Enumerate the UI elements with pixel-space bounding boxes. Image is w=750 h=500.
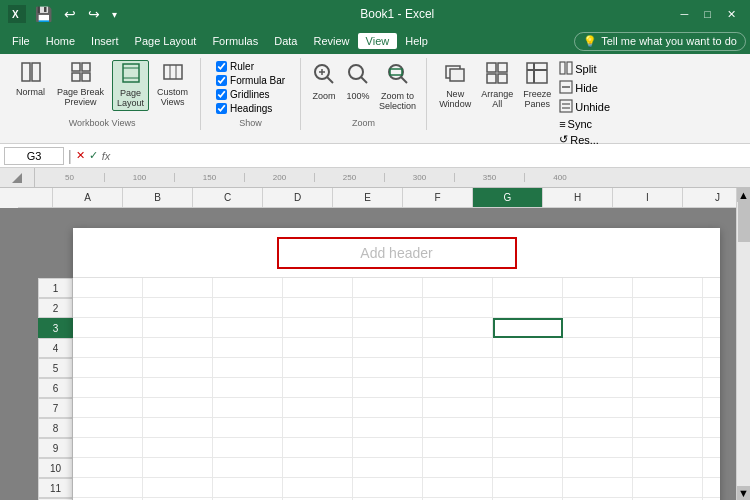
cell-A6[interactable] — [73, 378, 143, 398]
cell-F6[interactable] — [423, 378, 493, 398]
cell-C2[interactable] — [213, 298, 283, 318]
cell-F10[interactable] — [423, 458, 493, 478]
cell-E5[interactable] — [353, 358, 423, 378]
col-header-H[interactable]: H — [543, 188, 613, 207]
freeze-panes-button[interactable]: FreezePanes — [519, 60, 555, 111]
cell-D9[interactable] — [283, 438, 353, 458]
save-icon[interactable]: 💾 — [32, 6, 55, 22]
menu-file[interactable]: File — [4, 33, 38, 49]
arrange-all-button[interactable]: ArrangeAll — [477, 60, 517, 111]
cell-I9[interactable] — [633, 438, 703, 458]
cell-A8[interactable] — [73, 418, 143, 438]
gridlines-check-input[interactable] — [216, 89, 227, 100]
cell-G7[interactable] — [493, 398, 563, 418]
cell-E4[interactable] — [353, 338, 423, 358]
cell-I2[interactable] — [633, 298, 703, 318]
menu-home[interactable]: Home — [38, 33, 83, 49]
cell-H11[interactable] — [563, 478, 633, 498]
cell-I8[interactable] — [633, 418, 703, 438]
cell-B8[interactable] — [143, 418, 213, 438]
row-num-8[interactable]: 8 — [38, 418, 73, 438]
col-header-B[interactable]: B — [123, 188, 193, 207]
cell-F5[interactable] — [423, 358, 493, 378]
cell-H1[interactable] — [563, 278, 633, 298]
menu-data[interactable]: Data — [266, 33, 305, 49]
col-header-J[interactable]: J — [683, 188, 736, 207]
formula-bar-checkbox[interactable]: Formula Bar — [214, 74, 287, 87]
cell-B5[interactable] — [143, 358, 213, 378]
normal-view-button[interactable]: Normal — [12, 60, 49, 99]
cell-E7[interactable] — [353, 398, 423, 418]
reset-button[interactable]: ↺ Res... — [557, 132, 612, 147]
new-window-button[interactable]: NewWindow — [435, 60, 475, 111]
cell-H10[interactable] — [563, 458, 633, 478]
cell-C3[interactable] — [213, 318, 283, 338]
cell-H6[interactable] — [563, 378, 633, 398]
cell-G3-active[interactable] — [493, 318, 563, 338]
cell-D1[interactable] — [283, 278, 353, 298]
cell-I11[interactable] — [633, 478, 703, 498]
row-num-3[interactable]: 3 — [38, 318, 73, 338]
page-header-area[interactable]: Add header — [73, 228, 720, 278]
cell-B6[interactable] — [143, 378, 213, 398]
menu-formulas[interactable]: Formulas — [204, 33, 266, 49]
cell-G2[interactable] — [493, 298, 563, 318]
col-header-I[interactable]: I — [613, 188, 683, 207]
menu-page-layout[interactable]: Page Layout — [127, 33, 205, 49]
col-header-E[interactable]: E — [333, 188, 403, 207]
cell-A11[interactable] — [73, 478, 143, 498]
cell-H7[interactable] — [563, 398, 633, 418]
cell-I5[interactable] — [633, 358, 703, 378]
cell-H8[interactable] — [563, 418, 633, 438]
page-break-button[interactable]: Page BreakPreview — [53, 60, 108, 109]
cell-D8[interactable] — [283, 418, 353, 438]
zoom-button[interactable]: Zoom — [309, 60, 339, 103]
cell-E2[interactable] — [353, 298, 423, 318]
cell-E8[interactable] — [353, 418, 423, 438]
tell-me-bar[interactable]: 💡 Tell me what you want to do — [574, 32, 746, 51]
cell-F8[interactable] — [423, 418, 493, 438]
cell-B3[interactable] — [143, 318, 213, 338]
undo-button[interactable]: ↩ — [61, 6, 79, 22]
cell-G9[interactable] — [493, 438, 563, 458]
col-header-G[interactable]: G — [473, 188, 543, 207]
unhide-button[interactable]: Unhide — [557, 98, 612, 116]
cancel-edit-icon[interactable]: ✕ — [76, 149, 85, 162]
zoom-selection-button[interactable]: Zoom toSelection — [377, 60, 418, 113]
cell-reference-input[interactable] — [4, 147, 64, 165]
cell-C9[interactable] — [213, 438, 283, 458]
cell-I10[interactable] — [633, 458, 703, 478]
cell-E9[interactable] — [353, 438, 423, 458]
cell-H3[interactable] — [563, 318, 633, 338]
vertical-scrollbar[interactable]: ▲ ▼ — [736, 188, 750, 500]
cell-B4[interactable] — [143, 338, 213, 358]
row-num-10[interactable]: 10 — [38, 458, 73, 478]
cell-G1[interactable] — [493, 278, 563, 298]
scroll-up-button[interactable]: ▲ — [737, 188, 750, 202]
cell-A3[interactable] — [73, 318, 143, 338]
maximize-button[interactable]: □ — [698, 8, 717, 20]
cell-G11[interactable] — [493, 478, 563, 498]
menu-help[interactable]: Help — [397, 33, 436, 49]
cell-I4[interactable] — [633, 338, 703, 358]
cell-H2[interactable] — [563, 298, 633, 318]
cell-B7[interactable] — [143, 398, 213, 418]
confirm-edit-icon[interactable]: ✓ — [89, 149, 98, 162]
col-header-C[interactable]: C — [193, 188, 263, 207]
cell-B2[interactable] — [143, 298, 213, 318]
redo-button[interactable]: ↪ — [85, 6, 103, 22]
cell-C4[interactable] — [213, 338, 283, 358]
row-num-7[interactable]: 7 — [38, 398, 73, 418]
cell-A5[interactable] — [73, 358, 143, 378]
cell-E3[interactable] — [353, 318, 423, 338]
col-header-D[interactable]: D — [263, 188, 333, 207]
cell-C5[interactable] — [213, 358, 283, 378]
split-button[interactable]: Split — [557, 60, 612, 78]
cell-G4[interactable] — [493, 338, 563, 358]
cell-D10[interactable] — [283, 458, 353, 478]
scroll-thumb[interactable] — [738, 202, 750, 242]
row-num-9[interactable]: 9 — [38, 438, 73, 458]
gridlines-checkbox[interactable]: Gridlines — [214, 88, 271, 101]
cell-E6[interactable] — [353, 378, 423, 398]
cell-B10[interactable] — [143, 458, 213, 478]
